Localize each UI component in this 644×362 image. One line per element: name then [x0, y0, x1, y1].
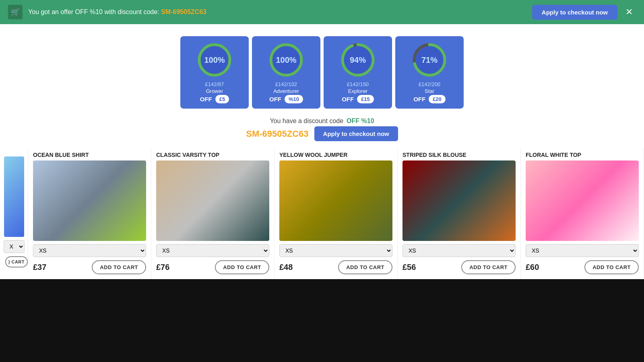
product-bottom: £56 ADD TO CART: [402, 260, 516, 274]
product-price: £60: [526, 263, 539, 272]
tier-off-label: OFF: [342, 96, 354, 103]
partial-size-select[interactable]: XSSMLXLXXL: [4, 240, 25, 253]
product-card-ocean-blue-shirt: OCEAN BLUE SHIRT XSSMLXLXXL £37 ADD TO C…: [28, 148, 151, 279]
tier-badge: £5: [215, 95, 229, 103]
tier-pct-label: 94%: [350, 55, 366, 64]
tier-off-label: OFF: [413, 96, 425, 103]
tier-badge: £15: [357, 95, 374, 103]
product-card-floral-white-top: FLORAL WHITE TOP XSSMLXLXXL £60 ADD TO C…: [521, 148, 644, 279]
size-select-yellow-wool-jumper[interactable]: XSSMLXLXXL: [279, 244, 392, 257]
add-to-cart-button-yellow-wool-jumper[interactable]: ADD TO CART: [338, 260, 392, 274]
tier-card-star: 71% £142/200 Star OFF £20: [395, 36, 464, 109]
tier-badge: £20: [429, 95, 446, 103]
tier-cards-section: 100% £142/87 Grower OFF £5 100% £142/102…: [0, 32, 644, 113]
tier-pct-label: 100%: [204, 55, 225, 64]
product-image: [156, 160, 269, 241]
tier-name-row: Grower: [206, 88, 223, 94]
product-price: £37: [33, 263, 46, 272]
tier-name-row: Adventurer: [273, 88, 299, 94]
size-select-classic-varsity-top[interactable]: XSSMLXLXXL: [156, 244, 269, 257]
tier-name: Explorer: [348, 88, 367, 94]
discount-off-text: OFF %10: [347, 117, 374, 125]
tier-off-label: OFF: [200, 96, 212, 103]
tier-pct-label: 100%: [276, 55, 296, 64]
tier-name: Grower: [206, 88, 223, 94]
product-bottom: £48 ADD TO CART: [279, 260, 392, 274]
partial-add-to-cart-button[interactable]: ) CART: [5, 256, 28, 267]
banner-left: 🛒 You got an offer OFF %10 with discount…: [8, 5, 206, 19]
tier-name: Adventurer: [273, 88, 299, 94]
product-title: FLORAL WHITE TOP: [526, 148, 639, 160]
tier-circle-2: 94%: [340, 42, 376, 78]
tier-amount: £142/200: [419, 81, 440, 87]
product-card-classic-varsity-top: CLASSIC VARSITY TOP XSSMLXLXXL £76 ADD T…: [151, 148, 275, 279]
product-image: [279, 160, 392, 241]
tier-card-adventurer: 100% £142/102 Adventurer OFF %10: [252, 36, 320, 109]
tier-off-row: OFF %10: [269, 95, 303, 103]
tier-name: Star: [425, 88, 434, 94]
discount-label: You have a discount code: [270, 117, 343, 125]
product-card-striped-silk-blouse: STRIPED SILK BLOUSE XSSMLXLXXL £56 ADD T…: [398, 148, 521, 279]
discount-line1: You have a discount code OFF %10: [270, 117, 374, 125]
tier-pct-label: 71%: [421, 55, 438, 64]
product-image: [402, 160, 516, 241]
size-select-floral-white-top[interactable]: XSSMLXLXXL: [526, 244, 639, 257]
size-select-ocean-blue-shirt[interactable]: XSSMLXLXXL: [33, 244, 146, 257]
product-title: CLASSIC VARSITY TOP: [156, 148, 269, 160]
tier-off-label: OFF: [269, 96, 281, 103]
products-section: XSSMLXLXXL ) CART OCEAN BLUE SHIRT XSSML…: [0, 148, 644, 279]
tier-amount: £142/102: [275, 81, 297, 87]
product-price: £76: [156, 263, 169, 272]
product-title: STRIPED SILK BLOUSE: [402, 148, 516, 160]
product-price: £56: [402, 263, 416, 272]
main-content: 100% £142/87 Grower OFF £5 100% £142/102…: [0, 24, 644, 279]
discount-section: You have a discount code OFF %10 SM-6950…: [0, 113, 644, 148]
discount-line2: SM-69505ZC63 Apply to checkout now: [246, 126, 398, 141]
product-price: £48: [279, 263, 293, 272]
tier-card-explorer: 94% £142/150 Explorer OFF £15: [324, 36, 392, 109]
product-bottom: £60 ADD TO CART: [526, 260, 639, 274]
tier-amount: £142/87: [205, 81, 224, 87]
tier-name-row: Explorer: [348, 88, 367, 94]
product-title: OCEAN BLUE SHIRT: [33, 148, 146, 160]
tier-circle-0: 100%: [196, 42, 233, 78]
banner-offer-text: You got an offer OFF %10 with discount c…: [28, 8, 161, 15]
product-card-partial: XSSMLXLXXL ) CART: [0, 148, 28, 272]
product-bottom: £76 ADD TO CART: [156, 260, 269, 274]
product-bottom: £37 ADD TO CART: [33, 260, 146, 274]
tier-off-row: OFF £20: [413, 95, 446, 103]
product-title: YELLOW WOOL JUMPER: [279, 148, 392, 160]
size-select-striped-silk-blouse[interactable]: XSSMLXLXXL: [402, 244, 516, 257]
tier-name-row: Star: [425, 88, 434, 94]
product-image: [526, 160, 639, 241]
add-to-cart-button-floral-white-top[interactable]: ADD TO CART: [584, 260, 639, 274]
banner-text: You got an offer OFF %10 with discount c…: [28, 8, 206, 16]
tier-circle-1: 100%: [268, 42, 304, 78]
tier-badge: %10: [285, 95, 303, 103]
product-card-yellow-wool-jumper: YELLOW WOOL JUMPER XSSMLXLXXL £48 ADD TO…: [275, 148, 398, 279]
tier-off-row: OFF £5: [200, 95, 229, 103]
tier-amount: £142/150: [347, 81, 369, 87]
tier-card-grower: 100% £142/87 Grower OFF £5: [180, 36, 249, 109]
add-to-cart-button-striped-silk-blouse[interactable]: ADD TO CART: [461, 260, 516, 274]
product-image: [33, 160, 146, 241]
promo-banner: 🛒 You got an offer OFF %10 with discount…: [0, 0, 644, 24]
banner-right: Apply to checkout now ✕: [532, 5, 636, 20]
partial-image: [4, 156, 24, 237]
tier-off-row: OFF £15: [342, 95, 374, 103]
add-to-cart-button-ocean-blue-shirt[interactable]: ADD TO CART: [92, 260, 146, 274]
apply-checkout-banner-button[interactable]: Apply to checkout now: [532, 5, 617, 20]
apply-checkout-main-button[interactable]: Apply to checkout now: [314, 126, 398, 141]
cart-icon: 🛒: [8, 5, 23, 19]
close-banner-button[interactable]: ✕: [622, 5, 636, 19]
discount-code-display: SM-69505ZC63: [246, 129, 308, 139]
add-to-cart-button-classic-varsity-top[interactable]: ADD TO CART: [215, 260, 269, 274]
banner-code: SM-69505ZC63: [161, 8, 206, 15]
tier-circle-3: 71%: [411, 42, 448, 78]
